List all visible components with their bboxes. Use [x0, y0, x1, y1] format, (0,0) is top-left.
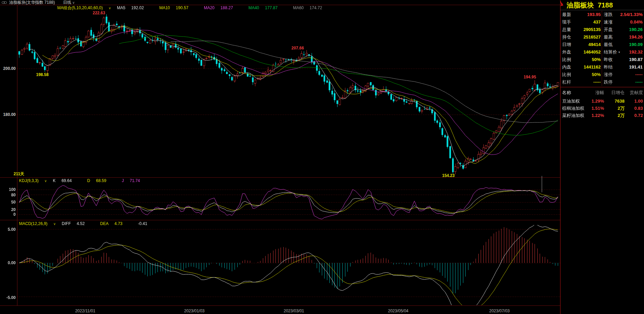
kdj-axis-label: 50 — [1, 200, 16, 205]
quote-row: 外盘1464052结算价▾192.32 — [560, 48, 644, 56]
y-axis-label: 180.00 — [1, 112, 16, 117]
kdj-k-value: K 69.64 — [53, 178, 81, 183]
price-annotation: 207.66 — [291, 46, 304, 50]
x-axis-date: 2023/01/03 — [184, 309, 205, 313]
kdj-axis-label: 20 — [1, 207, 16, 212]
kdj-indicator-header: KDJ(9,3,3)∨ K 69.64 D 68.59 J 71.74 — [19, 178, 154, 183]
kdj-settings[interactable]: KDJ(9,3,3) — [19, 178, 39, 183]
ma-indicator-header: MA组合(5,10,20,40,60,0)∨ MA5 192.02 MA10 1… — [57, 5, 336, 11]
macd-axis-label: -5.00 — [1, 295, 16, 300]
candlestick-chart[interactable] — [17, 10, 560, 177]
quote-panel: 油脂板块 7188 最新193.95涨跌2.54/1.33% 现手437速涨0.… — [560, 0, 644, 314]
chevron-down-icon[interactable]: ∨ — [108, 6, 111, 10]
kdj-axis-label: 100 — [1, 187, 16, 192]
down-arrow-icon — [560, 2, 564, 7]
ma10-value: MA10 190.57 — [159, 5, 198, 10]
chevron-down-icon[interactable]: ∨ — [72, 1, 75, 4]
x-axis-date: 2023/07/03 — [489, 309, 510, 313]
kdj-axis-label: 80 — [1, 193, 16, 197]
x-axis-date: 2022/11/01 — [75, 309, 95, 313]
divider — [0, 177, 560, 178]
link-icon — [2, 1, 7, 4]
ma-settings[interactable]: MA组合(5,10,20,40,60,0) — [57, 5, 103, 10]
macd-axis-label: 0.00 — [1, 260, 16, 265]
price-annotation: 198.58 — [36, 72, 49, 77]
x-axis-date: 2023/03/01 — [284, 309, 304, 313]
price-annotation: 222.63 — [93, 11, 105, 15]
quote-row: 最新193.95涨跌2.54/1.33% — [560, 11, 644, 18]
quote-row: 比例50%昨收190.87 — [560, 56, 644, 63]
macd-chart[interactable] — [17, 225, 560, 305]
table-row[interactable]: 豆油加权 1.29% 7638 1.00 — [560, 98, 644, 105]
quote-row: 比例50%涨停----- — [560, 71, 644, 78]
quote-row: 杠杆-----跌停----- — [560, 78, 644, 86]
kdj-axis-label: 0 — [1, 212, 16, 217]
crosshair-line — [542, 176, 542, 192]
ma20-value: MA20 188.27 — [204, 5, 242, 10]
divider — [0, 220, 560, 220]
macd-bar-value: -0.41 — [138, 221, 157, 226]
member-table-header: 名称 涨幅 日增仓 贡献度 — [560, 89, 644, 96]
kdj-j-value: J 71.74 — [122, 178, 149, 183]
quote-row: 总量2905135开盘190.26 — [560, 26, 644, 33]
macd-axis-label: 5.00 — [1, 227, 16, 232]
ma40-value: MA40 177.87 — [249, 5, 287, 10]
chevron-down-icon[interactable]: ▾ — [618, 48, 620, 56]
quote-column-divider — [602, 11, 602, 86]
macd-diff-value: DIFF 4.52 — [62, 221, 94, 226]
quote-row: 日增49414最低190.09 — [560, 41, 644, 48]
kdj-chart[interactable] — [17, 182, 560, 220]
y-axis-label: 200.00 — [1, 66, 16, 71]
quote-row: 现手437速涨0.04% — [560, 18, 644, 26]
divider — [0, 305, 644, 306]
ma60-value: MA60 174.72 — [293, 5, 331, 10]
divider — [560, 10, 644, 10]
ma5-value: MA5 192.02 — [117, 5, 153, 10]
macd-settings[interactable]: MACD(12,26,9) — [19, 221, 47, 226]
quote-title: 油脂板块 7188 — [567, 1, 613, 10]
chevron-down-icon[interactable]: ∨ — [53, 222, 56, 226]
table-row[interactable]: 棕榈油加权 1.51% 2万 0.83 — [560, 105, 644, 112]
divider — [560, 87, 644, 87]
chevron-down-icon[interactable]: ∨ — [44, 179, 47, 183]
title-bar: 油脂板块(文华指数 7188) 日线 ∨ — [0, 0, 560, 5]
table-row[interactable]: 菜籽油加权 1.22% 2万 0.72 — [560, 112, 644, 119]
macd-indicator-header: MACD(12,26,9)∨ DIFF 4.52 DEA 4.73 -0.41 — [19, 221, 162, 226]
macd-dea-value: DEA 4.73 — [100, 221, 132, 226]
visible-span-label: 211天 — [14, 171, 24, 177]
kdj-d-value: D 68.59 — [87, 178, 116, 183]
quote-row: 内盘1441162昨结191.41 — [560, 63, 644, 71]
price-annotation: 194.95 — [524, 75, 536, 79]
x-axis-date: 2023/05/04 — [388, 309, 408, 313]
quote-row: 持仓2516527最高194.26 — [560, 33, 644, 41]
